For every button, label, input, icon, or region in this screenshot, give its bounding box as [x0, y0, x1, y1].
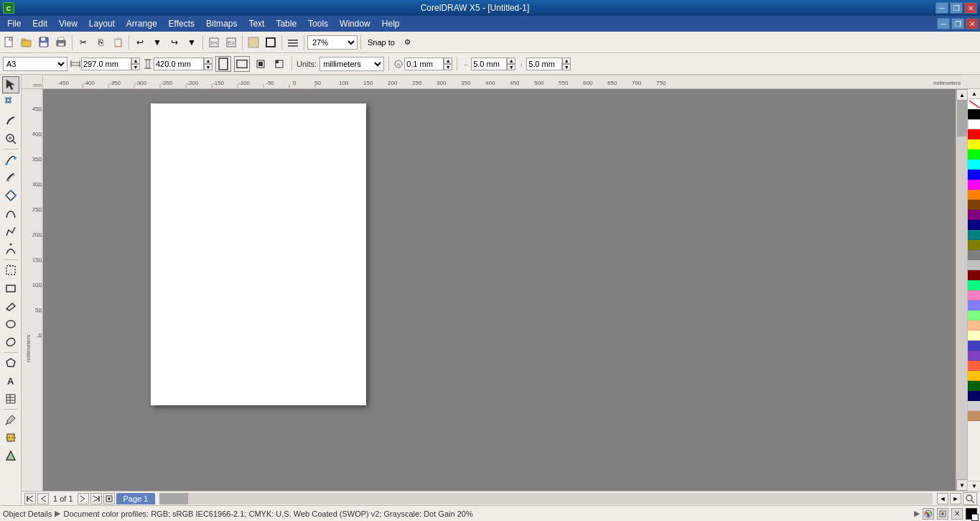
swatch-gold[interactable]	[968, 371, 980, 381]
swatch-peach[interactable]	[968, 321, 980, 331]
tool-zoom[interactable]	[2, 130, 19, 147]
tool-3pt-curve[interactable]	[2, 241, 19, 258]
undo-button[interactable]: ↩	[132, 34, 148, 50]
menu-view[interactable]: View	[53, 16, 83, 32]
h-scroll-thumb[interactable]	[159, 493, 188, 504]
new-button[interactable]	[1, 34, 17, 50]
width-up[interactable]: ▲	[131, 57, 140, 64]
outline-button[interactable]	[263, 34, 279, 50]
menu-text[interactable]: Text	[243, 16, 270, 32]
fill-color-button[interactable]	[246, 34, 261, 50]
tool-rect[interactable]	[2, 280, 19, 297]
swatch-white[interactable]	[968, 119, 980, 129]
swatch-brown[interactable]	[968, 200, 980, 210]
swatch-lime[interactable]	[968, 149, 980, 160]
tool-pick[interactable]	[2, 76, 19, 93]
swatch-dkblue[interactable]	[968, 391, 980, 401]
page-tab[interactable]: Page 1	[116, 493, 156, 504]
tool-interactive-fill[interactable]	[2, 429, 19, 446]
tool-table[interactable]	[2, 390, 19, 407]
swatch-red[interactable]	[968, 129, 980, 139]
print-button[interactable]	[53, 34, 69, 50]
swatch-none[interactable]	[968, 99, 980, 109]
menu-arrange[interactable]: Arrange	[121, 16, 163, 32]
swatch-ltblue[interactable]	[968, 300, 980, 310]
swatch-magenta[interactable]	[968, 180, 980, 190]
restore-button[interactable]: ❐	[950, 2, 963, 14]
landscape-button[interactable]	[234, 56, 250, 72]
tool-3pt-ellipse[interactable]	[2, 333, 19, 351]
tool-polygon[interactable]	[2, 354, 19, 372]
menu-layout[interactable]: Layout	[83, 16, 121, 32]
open-button[interactable]	[19, 34, 34, 50]
save-button[interactable]	[36, 34, 52, 50]
menu-edit[interactable]: Edit	[27, 16, 53, 32]
close-status-icon[interactable]: ✕	[951, 508, 963, 520]
tool-artistic-media[interactable]	[2, 169, 19, 186]
scroll-track-v[interactable]	[956, 101, 967, 479]
palette-scroll-down[interactable]: ▼	[968, 481, 980, 491]
swatch-purple[interactable]	[968, 210, 980, 220]
nudge-up[interactable]: ▲	[444, 57, 452, 64]
swatch-maroon[interactable]	[968, 270, 980, 280]
tool-freehand[interactable]	[2, 151, 19, 168]
width-down[interactable]: ▼	[131, 64, 140, 70]
h-scroll-right[interactable]: ►	[950, 493, 961, 504]
tool-eyedropper[interactable]	[2, 411, 19, 428]
redo-dropdown[interactable]: ▼	[184, 34, 200, 50]
page-next-button[interactable]	[78, 493, 89, 504]
nudge-down[interactable]: ▼	[444, 64, 452, 70]
swatch-olive[interactable]	[968, 240, 980, 250]
nudge-input[interactable]	[404, 57, 444, 70]
swatch-ltgreen[interactable]	[968, 310, 980, 321]
zoom-combo[interactable]: 27% 10% 25% 50% 75% 100% 200%	[307, 35, 358, 50]
swatch-blue[interactable]	[968, 170, 980, 180]
tool-polyline[interactable]	[2, 223, 19, 240]
portrait-button[interactable]	[215, 56, 231, 72]
snap-y-up[interactable]: ▲	[562, 57, 571, 64]
minimize-button[interactable]: ─	[935, 2, 948, 14]
page-first-button[interactable]	[24, 493, 36, 504]
swatch-orange[interactable]	[968, 190, 980, 200]
tool-smart-fill[interactable]	[2, 447, 19, 464]
snap-y-input[interactable]	[526, 57, 562, 70]
doc-restore-button[interactable]: ❐	[951, 18, 964, 29]
import-button[interactable]: Im	[206, 34, 222, 50]
undo-dropdown[interactable]: ▼	[149, 34, 165, 50]
canvas-viewport[interactable]	[43, 89, 956, 491]
height-input[interactable]	[154, 57, 204, 70]
h-scroll-track[interactable]	[159, 493, 933, 504]
swatch-ltgray[interactable]	[968, 401, 980, 411]
doc-close-button[interactable]: ✕	[966, 18, 979, 29]
export-button[interactable]: Ex	[223, 34, 239, 50]
tool-b-spline[interactable]	[2, 205, 19, 222]
swatch-tan[interactable]	[968, 411, 980, 421]
copy-button[interactable]: ⎘	[93, 34, 108, 50]
cut-button[interactable]: ✂	[75, 34, 91, 50]
snap-x-up[interactable]: ▲	[507, 57, 515, 64]
tool-pen[interactable]	[2, 187, 19, 204]
snap-x-input[interactable]	[471, 57, 507, 70]
tool-smart-drawing[interactable]	[2, 262, 19, 279]
find-button[interactable]	[963, 492, 977, 505]
swatch-dkgreen[interactable]	[968, 381, 980, 391]
swatch-navy[interactable]	[968, 220, 980, 230]
swatch-violet[interactable]	[968, 351, 980, 361]
swatch-coral[interactable]	[968, 361, 980, 371]
height-down[interactable]: ▼	[204, 64, 213, 70]
units-combo[interactable]: millimeters inches pixels centimeters	[319, 57, 384, 71]
scroll-thumb-v[interactable]	[957, 101, 967, 137]
doc-minimize-button[interactable]: ─	[937, 18, 950, 29]
tool-3pt-rect[interactable]	[2, 298, 19, 315]
snap-settings-button[interactable]: ⚙	[400, 34, 416, 50]
menu-file[interactable]: File	[1, 16, 27, 32]
menu-help[interactable]: Help	[376, 16, 406, 32]
paste-button[interactable]: 📋	[110, 34, 126, 50]
snap-icon[interactable]	[937, 508, 948, 520]
tool-smear[interactable]	[2, 112, 19, 129]
menu-effects[interactable]: Effects	[163, 16, 200, 32]
menu-tools[interactable]: Tools	[302, 16, 334, 32]
page-last-button[interactable]	[90, 493, 102, 504]
tool-ellipse[interactable]	[2, 315, 19, 333]
snap-y-down[interactable]: ▼	[562, 64, 571, 70]
